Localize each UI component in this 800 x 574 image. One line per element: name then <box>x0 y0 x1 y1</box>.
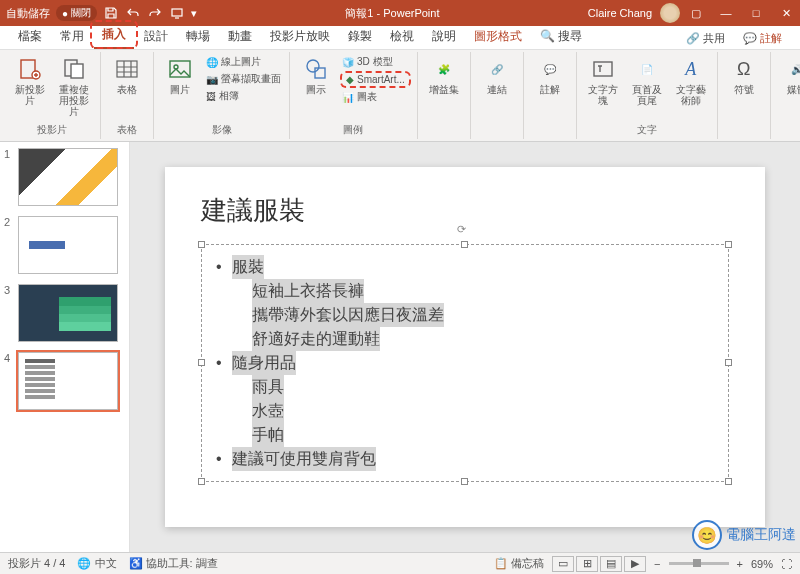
minimize-icon[interactable]: — <box>718 5 734 21</box>
3d-models-button[interactable]: 🧊3D 模型 <box>340 54 411 70</box>
close-icon[interactable]: ✕ <box>778 5 794 21</box>
slide[interactable]: 建議服裝 ⟳ •服裝短袖上衣搭長褲攜帶薄外套以因應日夜溫差舒適好走的運動鞋•隨身… <box>165 167 765 527</box>
wordart-button[interactable]: A文字藝術師 <box>671 54 711 108</box>
tab-review[interactable]: 檢視 <box>382 24 422 49</box>
tab-record[interactable]: 錄製 <box>340 24 380 49</box>
group-links: 🔗連結 <box>471 52 524 139</box>
header-footer-button[interactable]: 📄頁首及頁尾 <box>627 54 667 108</box>
undo-icon[interactable] <box>125 5 141 21</box>
group-media: 🔊媒體 <box>771 52 800 139</box>
group-tables: 表格 表格 <box>101 52 154 139</box>
bullet-list[interactable]: •服裝短袖上衣搭長褲攜帶薄外套以因應日夜溫差舒適好走的運動鞋•隨身用品雨具水壺手… <box>216 255 714 471</box>
list-item[interactable]: 短袖上衣搭長褲 <box>252 279 364 303</box>
accessibility-status[interactable]: ♿ 協助工具: 調查 <box>129 556 218 571</box>
pictures-button[interactable]: 圖片 <box>160 54 200 97</box>
notes-button[interactable]: 📋 備忘稿 <box>494 556 544 571</box>
tab-insert[interactable]: 插入 <box>94 22 134 49</box>
sorter-view-icon[interactable]: ⊞ <box>576 556 598 572</box>
tab-design[interactable]: 設計 <box>136 24 176 49</box>
list-item[interactable]: 服裝 <box>232 255 264 279</box>
thumbnail-3: 3 <box>4 284 125 342</box>
start-icon[interactable] <box>169 5 185 21</box>
list-item[interactable]: 舒適好走的運動鞋 <box>252 327 380 351</box>
group-text: 文字方塊 📄頁首及頁尾 A文字藝術師 文字 <box>577 52 718 139</box>
save-icon[interactable] <box>103 5 119 21</box>
redo-icon[interactable] <box>147 5 163 21</box>
group-images: 圖片 🌐線上圖片 📷螢幕擷取畫面 🖼相簿 影像 <box>154 52 290 139</box>
list-item[interactable]: 攜帶薄外套以因應日夜溫差 <box>252 303 444 327</box>
textbox-button[interactable]: 文字方塊 <box>583 54 623 108</box>
group-illustrations: 圖示 🧊3D 模型 ◆SmartArt... 📊圖表 圖例 <box>290 52 418 139</box>
group-addins: 🧩增益集 <box>418 52 471 139</box>
screenshot-button[interactable]: 📷螢幕擷取畫面 <box>204 71 283 87</box>
group-symbols: Ω符號 <box>718 52 771 139</box>
normal-view-icon[interactable]: ▭ <box>552 556 574 572</box>
shapes-button[interactable]: 圖示 <box>296 54 336 97</box>
zoom-slider[interactable] <box>669 562 729 565</box>
tab-transition[interactable]: 轉場 <box>178 24 218 49</box>
thumbnail-4: 4 <box>4 352 125 410</box>
content-textbox[interactable]: ⟳ •服裝短袖上衣搭長褲攜帶薄外套以因應日夜溫差舒適好走的運動鞋•隨身用品雨具水… <box>201 244 729 482</box>
new-slide-button[interactable]: 新投影片 <box>10 54 50 108</box>
zoom-label[interactable]: 69% <box>751 558 773 570</box>
document-title: 簡報1 - PowerPoint <box>197 6 588 21</box>
slide-counter: 投影片 4 / 4 <box>8 556 65 571</box>
list-item[interactable]: 隨身用品 <box>232 351 296 375</box>
svg-rect-0 <box>172 9 182 16</box>
online-pictures-button[interactable]: 🌐線上圖片 <box>204 54 283 70</box>
slideshow-view-icon[interactable]: ▶ <box>624 556 646 572</box>
comment-button[interactable]: 💬註解 <box>530 54 570 97</box>
group-comment: 💬註解 <box>524 52 577 139</box>
svg-rect-5 <box>117 61 137 77</box>
symbol-button[interactable]: Ω符號 <box>724 54 764 97</box>
group-slides: 新投影片 重複使用投影片 投影片 <box>4 52 101 139</box>
tab-slideshow[interactable]: 投影片放映 <box>262 24 338 49</box>
reading-view-icon[interactable]: ▤ <box>600 556 622 572</box>
ribbon-mode-icon[interactable]: ▢ <box>688 5 704 21</box>
link-button[interactable]: 🔗連結 <box>477 54 517 97</box>
svg-rect-10 <box>594 62 612 76</box>
autosave-label: 自動儲存 <box>6 6 50 21</box>
media-button[interactable]: 🔊媒體 <box>777 54 800 97</box>
zoom-in-icon[interactable]: + <box>737 558 743 570</box>
album-button[interactable]: 🖼相簿 <box>204 88 283 104</box>
rotate-handle[interactable]: ⟳ <box>457 223 473 239</box>
resize-handle[interactable] <box>198 241 205 248</box>
ribbon: 新投影片 重複使用投影片 投影片 表格 表格 圖片 🌐線上圖片 📷螢幕擷取畫面 … <box>0 50 800 142</box>
svg-point-8 <box>307 60 319 72</box>
language-status[interactable]: 🌐 中文 <box>77 556 116 571</box>
list-item[interactable]: 雨具 <box>252 375 284 399</box>
list-item[interactable]: 水壺 <box>252 399 284 423</box>
tab-help[interactable]: 說明 <box>424 24 464 49</box>
reuse-slide-button[interactable]: 重複使用投影片 <box>54 54 94 119</box>
table-button[interactable]: 表格 <box>107 54 147 97</box>
smartart-button[interactable]: ◆SmartArt... <box>340 71 411 88</box>
addins-button[interactable]: 🧩增益集 <box>424 54 464 97</box>
ribbon-tabs: 檔案 常用 插入 設計 轉場 動畫 投影片放映 錄製 檢視 說明 圖形格式 🔍 … <box>0 26 800 50</box>
user-name: Claire Chang <box>588 7 652 19</box>
tab-animation[interactable]: 動畫 <box>220 24 260 49</box>
slide-thumbnails-panel: 1 2 3 4 <box>0 142 130 552</box>
thumbnail-1: 1 <box>4 148 125 206</box>
autosave-toggle[interactable]: ● 關閉 <box>56 5 97 21</box>
tab-home[interactable]: 常用 <box>52 24 92 49</box>
slide-canvas: 建議服裝 ⟳ •服裝短袖上衣搭長褲攜帶薄外套以因應日夜溫差舒適好走的運動鞋•隨身… <box>130 142 800 552</box>
avatar[interactable] <box>660 3 680 23</box>
tab-file[interactable]: 檔案 <box>10 24 50 49</box>
svg-rect-4 <box>71 64 83 78</box>
thumbnail-2: 2 <box>4 216 125 274</box>
comments-button[interactable]: 💬 註解 <box>735 28 790 49</box>
list-item[interactable]: 建議可使用雙肩背包 <box>232 447 376 471</box>
status-bar: 投影片 4 / 4 🌐 中文 ♿ 協助工具: 調查 📋 備忘稿 ▭ ⊞ ▤ ▶ … <box>0 552 800 574</box>
list-item[interactable]: 手帕 <box>252 423 284 447</box>
fit-icon[interactable]: ⛶ <box>781 558 792 570</box>
maximize-icon[interactable]: □ <box>748 5 764 21</box>
svg-rect-9 <box>315 68 325 78</box>
tab-shape-format[interactable]: 圖形格式 <box>466 24 530 49</box>
search-field[interactable]: 🔍 搜尋 <box>532 24 590 49</box>
chart-button[interactable]: 📊圖表 <box>340 89 411 105</box>
zoom-out-icon[interactable]: − <box>654 558 660 570</box>
share-button[interactable]: 🔗 共用 <box>678 28 733 49</box>
